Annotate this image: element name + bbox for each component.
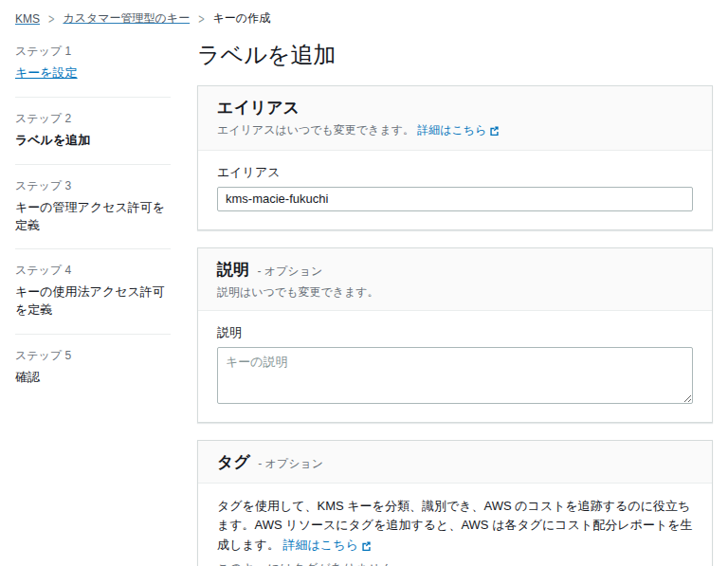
step-number: ステップ 2 [15, 111, 173, 127]
step-define-key-usage-permissions: キーの使用法アクセス許可を定義 [15, 283, 173, 320]
breadcrumb-separator-icon: > [48, 11, 54, 26]
tags-card-title: タグ [217, 453, 250, 471]
step-number: ステップ 5 [15, 348, 173, 364]
alias-card-header: エイリアス エイリアスはいつでも変更できます。 詳細はこちら [198, 86, 712, 151]
tags-card: タグ - オプション タグを使用して、KMS キーを分類、識別でき、AWS のコ… [197, 440, 713, 566]
step-review: 確認 [15, 369, 173, 387]
alias-field-label: エイリアス [217, 164, 693, 181]
description-optional-suffix: - オプション [257, 265, 322, 278]
step-define-key-admin-permissions: キーの管理アクセス許可を定義 [15, 199, 173, 235]
alias-card: エイリアス エイリアスはいつでも変更できます。 詳細はこちら エイリアス [197, 85, 713, 230]
description-card-title: 説明 [217, 261, 249, 279]
step-number: ステップ 3 [15, 178, 173, 194]
step-current-add-labels: ラベルを追加 [15, 132, 173, 150]
step-divider [15, 334, 171, 335]
tags-card-header: タグ - オプション [198, 441, 712, 484]
description-textarea[interactable] [217, 347, 693, 404]
main-content: ラベルを追加 エイリアス エイリアスはいつでも変更できます。 詳細はこちら エイ… [197, 38, 713, 566]
alias-card-title: エイリアス [217, 99, 300, 117]
page-title: ラベルを追加 [197, 40, 713, 70]
step-number: ステップ 4 [15, 263, 173, 279]
alias-input[interactable] [217, 187, 693, 211]
step-divider [15, 97, 171, 98]
external-link-icon [361, 538, 372, 557]
step-divider [15, 248, 171, 249]
step-link-configure-key[interactable]: キーを設定 [15, 64, 173, 82]
alias-description-text: エイリアスはいつでも変更できます。 [217, 123, 414, 137]
description-card-header: 説明 - オプション 説明はいつでも変更できます。 [198, 248, 712, 311]
alias-card-description: エイリアスはいつでも変更できます。 詳細はこちら [217, 122, 693, 140]
tags-learn-more-link[interactable]: 詳細はこちら [283, 538, 358, 552]
tags-optional-suffix: - オプション [258, 457, 323, 470]
wizard-step-4: ステップ 4 キーの使用法アクセス許可を定義 [15, 263, 173, 320]
breadcrumb: KMS > カスタマー管理型のキー > キーの作成 [0, 0, 728, 27]
step-divider [15, 164, 171, 165]
alias-learn-more-link[interactable]: 詳細はこちら [417, 123, 486, 137]
breadcrumb-link-customer-managed-keys[interactable]: カスタマー管理型のキー [63, 10, 190, 27]
tags-empty-message: このキーにはタグがありません。 [217, 560, 693, 566]
external-link-icon [489, 124, 500, 140]
breadcrumb-separator-icon: > [198, 11, 204, 26]
content-row: ステップ 1 キーを設定 ステップ 2 ラベルを追加 ステップ 3 キーの管理ア… [0, 27, 728, 566]
description-card-description: 説明はいつでも変更できます。 [217, 284, 693, 301]
description-card-body: 説明 [198, 311, 712, 422]
wizard-step-3: ステップ 3 キーの管理アクセス許可を定義 [15, 178, 173, 235]
wizard-step-5: ステップ 5 確認 [15, 348, 173, 387]
wizard-step-1: ステップ 1 キーを設定 [15, 44, 173, 82]
description-field-label: 説明 [217, 324, 693, 341]
step-number: ステップ 1 [15, 44, 173, 60]
wizard-steps-nav: ステップ 1 キーを設定 ステップ 2 ラベルを追加 ステップ 3 キーの管理ア… [15, 38, 173, 566]
wizard-step-2-current: ステップ 2 ラベルを追加 [15, 111, 173, 150]
breadcrumb-link-kms[interactable]: KMS [15, 12, 40, 26]
alias-card-body: エイリアス [198, 151, 712, 229]
description-card: 説明 - オプション 説明はいつでも変更できます。 説明 [197, 247, 713, 423]
tags-description: タグを使用して、KMS キーを分類、識別でき、AWS のコストを追跡するのに役立… [217, 497, 693, 557]
breadcrumb-current-page: キーの作成 [213, 10, 271, 27]
tags-card-body: タグを使用して、KMS キーを分類、識別でき、AWS のコストを追跡するのに役立… [198, 484, 712, 566]
